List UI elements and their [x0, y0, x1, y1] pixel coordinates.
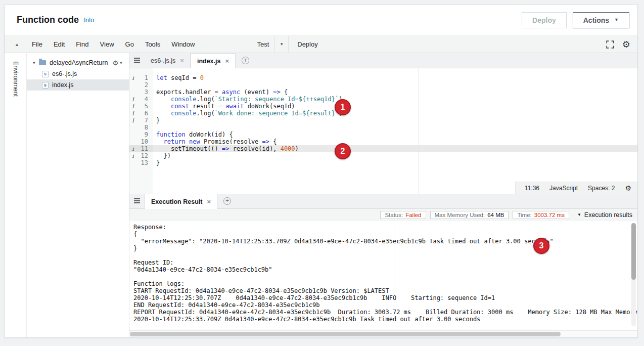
info-annotation-icon: i: [129, 153, 136, 159]
gutter-line-11[interactable]: i11: [129, 145, 153, 152]
folder-expand-caret-icon[interactable]: ▾: [33, 60, 39, 65]
new-tab-plus-icon[interactable]: +: [242, 57, 249, 64]
execution-result-tab[interactable]: Execution Result ×: [145, 194, 217, 209]
status-pill-label: Status:: [385, 212, 403, 218]
line-number: 10: [136, 138, 153, 145]
language-mode[interactable]: JavaScript: [549, 185, 578, 192]
code-line-6[interactable]: console.log(`Work done: sequence Id=${re…: [153, 110, 637, 117]
menu-item-tools[interactable]: Tools: [140, 40, 166, 48]
editor-column: es6-.js.js×index.js× + i123i4i5i6i78910i…: [129, 53, 637, 337]
close-tab-icon[interactable]: ×: [207, 198, 211, 205]
line-number: 8: [136, 124, 153, 131]
editor-tab-index-js[interactable]: index.js×: [191, 53, 236, 68]
code-line-11[interactable]: setTimeout(() => resolve(id), 4000): [153, 145, 637, 152]
menu-item-deploy[interactable]: Deploy: [291, 40, 324, 48]
editor-gutter[interactable]: i123i4i5i6i78910i11i1213: [129, 68, 153, 194]
log-line: "errorMessage": "2020-10-14T12:25:33.709…: [133, 238, 632, 245]
execution-new-tab-plus-icon[interactable]: +: [223, 197, 231, 205]
editor-tabs: es6-.js.js×index.js×: [145, 53, 236, 68]
ide-menubar: ▲ FileEditFindViewGoToolsWindow Test ▼ D…: [5, 36, 637, 53]
gutter-line-2[interactable]: 2: [129, 81, 153, 89]
code-line-9[interactable]: function doWork(id) {: [153, 131, 637, 138]
line-number: 13: [136, 159, 153, 166]
editor-settings-gear-icon[interactable]: ⚙: [625, 184, 631, 192]
gutter-line-13[interactable]: 13: [129, 159, 153, 166]
gutter-line-1[interactable]: i1: [129, 74, 153, 81]
deploy-button[interactable]: Deploy: [522, 12, 567, 28]
gutter-line-8[interactable]: 8: [129, 124, 153, 131]
gutter-line-7[interactable]: i7: [129, 117, 153, 124]
callout-badge-1: 1: [335, 99, 351, 115]
environment-tab[interactable]: Environment: [12, 61, 19, 337]
vertical-scrollbar-thumb[interactable]: [631, 223, 636, 280]
indentation-setting[interactable]: Spaces: 2: [588, 185, 615, 192]
folder-icon: [39, 60, 46, 65]
fullscreen-icon[interactable]: [606, 40, 614, 49]
file-tree: ▾ delayedAsyncReturn ⚙ ▼ ses6-.js.jssind…: [27, 53, 129, 337]
line-number: 4: [136, 96, 153, 103]
tree-item-es6-js-js[interactable]: ses6-.js.js: [27, 68, 129, 79]
collapse-panel-icon[interactable]: ▲: [15, 42, 19, 47]
editor-tab-label: index.js: [197, 58, 221, 65]
tree-file-label: index.js: [52, 81, 73, 89]
code-line-3[interactable]: exports.handler = async (event) => {: [153, 89, 637, 96]
actions-button[interactable]: Actions ▼: [573, 12, 629, 28]
horizontal-scrollbar-thumb[interactable]: [130, 332, 561, 336]
gutter-line-6[interactable]: i6: [129, 110, 153, 117]
editor-tabbar: es6-.js.js×index.js× +: [129, 53, 637, 68]
menu-item-view[interactable]: View: [95, 40, 120, 48]
editor-code[interactable]: let seqId = 0exports.handler = async (ev…: [153, 68, 637, 194]
execution-tab-list-icon[interactable]: [129, 193, 145, 208]
cursor-position[interactable]: 11:36: [525, 185, 539, 192]
tab-list-icon[interactable]: [129, 53, 145, 68]
code-line-8[interactable]: [153, 124, 637, 131]
tree-settings-gear-icon[interactable]: ⚙: [112, 59, 118, 67]
execution-toolbar: Status:FailedMax Memory Used:64 MBTime:3…: [129, 209, 637, 221]
info-link[interactable]: Info: [84, 17, 94, 24]
execution-results-toggle[interactable]: ▼ Execution results: [577, 211, 632, 219]
callout-badge-3: 3: [533, 238, 549, 254]
tree-settings-caret-icon[interactable]: ▼: [119, 61, 123, 65]
gutter-line-4[interactable]: i4: [129, 96, 153, 103]
menu-item-window[interactable]: Window: [166, 40, 200, 48]
menu-item-test[interactable]: Test: [254, 40, 272, 48]
menu-item-go[interactable]: Go: [120, 40, 140, 48]
environment-panel: Environment ▾ delayedAsyncReturn ⚙ ▼ ses…: [5, 53, 129, 337]
menu-item-edit[interactable]: Edit: [48, 40, 70, 48]
menubar-items: FileEditFindViewGoToolsWindow: [26, 40, 201, 48]
menu-item-find[interactable]: Find: [70, 40, 94, 48]
execution-log-lines: Response:{ "errorMessage": "2020-10-14T1…: [133, 224, 632, 323]
code-line-1[interactable]: let seqId = 0: [153, 74, 637, 81]
gutter-line-5[interactable]: i5: [129, 103, 153, 110]
code-line-7[interactable]: }: [153, 117, 637, 124]
code-editor[interactable]: i123i4i5i6i78910i11i1213 let seqId = 0ex…: [129, 68, 637, 194]
gutter-line-3[interactable]: 3: [129, 89, 153, 96]
horizontal-scrollbar[interactable]: [129, 330, 637, 337]
vertical-scrollbar[interactable]: [631, 223, 636, 326]
gutter-line-9[interactable]: 9: [129, 131, 153, 138]
code-line-10[interactable]: return new Promise(resolve => {: [153, 138, 637, 145]
tree-folder-row[interactable]: ▾ delayedAsyncReturn ⚙ ▼: [27, 57, 129, 68]
execution-tabbar: Execution Result × +: [129, 194, 637, 209]
ide-settings-gear-icon[interactable]: ⚙: [622, 40, 630, 49]
code-line-13[interactable]: }: [153, 159, 637, 166]
code-line-4[interactable]: console.log(`Starting: sequence Id=${++s…: [153, 96, 637, 103]
tree-item-index-js[interactable]: sindex.js: [27, 79, 129, 91]
editor-tab-es6-js-js[interactable]: es6-.js.js×: [145, 53, 191, 68]
code-line-5[interactable]: const result = await doWork(seqId): [153, 103, 637, 110]
info-annotation-icon: i: [129, 110, 136, 117]
line-number: 7: [136, 117, 153, 124]
code-line-12[interactable]: }): [153, 152, 637, 159]
gutter-line-12[interactable]: i12: [129, 152, 153, 159]
header: Function code Info Deploy Actions ▼: [5, 5, 637, 36]
close-tab-icon[interactable]: ×: [180, 57, 184, 64]
code-line-2[interactable]: [153, 81, 637, 89]
menubar-right: ⚙: [606, 40, 630, 49]
gutter-line-10[interactable]: 10: [129, 138, 153, 145]
status-pill-label: Time:: [517, 212, 531, 218]
log-line: }: [133, 245, 632, 252]
menu-item-file[interactable]: File: [26, 40, 48, 48]
test-dropdown-icon[interactable]: ▼: [274, 36, 289, 53]
close-tab-icon[interactable]: ×: [225, 57, 229, 65]
status-pill-label: Max Memory Used:: [435, 212, 485, 218]
